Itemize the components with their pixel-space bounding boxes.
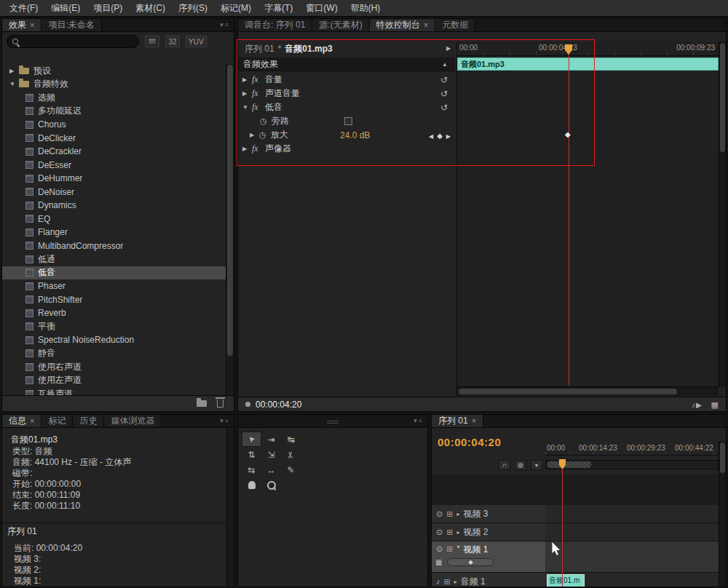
set-display-style-icon[interactable] <box>435 557 442 567</box>
effects-tree-item[interactable]: Flanger <box>2 226 226 239</box>
track-select-tool[interactable] <box>261 432 281 447</box>
eye-icon[interactable] <box>436 544 443 554</box>
fx-icon[interactable]: fx <box>252 102 265 113</box>
keyframe-icon[interactable] <box>565 130 571 138</box>
menu-item[interactable]: 序列(S) <box>172 0 214 17</box>
effects-tree-item[interactable]: 低通 <box>2 253 226 266</box>
effects-tree-item[interactable]: DeNoiser <box>2 186 226 199</box>
close-icon[interactable] <box>30 21 34 29</box>
timeline-scrollbar[interactable] <box>719 441 726 587</box>
audio-effects-section-header[interactable]: 音频效果 <box>238 57 455 71</box>
effects-tree-item[interactable]: Spectral NoiseReduction <box>2 333 226 347</box>
close-icon[interactable] <box>424 21 428 29</box>
effects-tree-item[interactable]: Chorus <box>2 118 226 132</box>
effects-tree-item[interactable]: DeClicker <box>2 132 226 146</box>
scrollbar-thumb[interactable] <box>459 389 677 394</box>
effect-row-panner[interactable]: fx 声像器 <box>238 142 455 156</box>
effects-tree-item[interactable]: Reverb <box>2 306 226 320</box>
audio-clip[interactable]: 音频01.m <box>547 574 585 587</box>
hand-tool[interactable] <box>242 477 261 493</box>
effect-row-channel-volume[interactable]: fx 声道音量 <box>238 87 455 100</box>
ripple-edit-tool[interactable] <box>281 432 301 447</box>
fx-icon[interactable]: fx <box>252 88 265 99</box>
vertical-scrollbar[interactable] <box>719 41 726 387</box>
close-icon[interactable] <box>472 417 476 425</box>
effects-tree-item[interactable]: Phaser <box>2 279 226 293</box>
menu-item[interactable]: 文件(F) <box>3 0 44 17</box>
menu-item[interactable]: 项目(P) <box>87 0 129 17</box>
effects-tree-item[interactable]: 互换声道 <box>2 387 226 395</box>
pen-tool[interactable] <box>281 462 301 477</box>
effects-tree-item[interactable]: 平衡 <box>2 320 226 334</box>
set-marker-icon[interactable] <box>531 460 542 470</box>
filter-yuv-button[interactable]: YUV <box>186 36 207 47</box>
tab-audio-mixer[interactable]: 调音台: 序列 01 <box>238 19 312 31</box>
effects-tree-item[interactable]: EQ <box>2 212 226 226</box>
effects-tree-item[interactable]: MultibandCompressor <box>2 239 226 253</box>
disclosure-triangle-icon[interactable] <box>456 529 459 536</box>
work-area-segment[interactable] <box>547 461 591 468</box>
menu-item[interactable]: 字幕(T) <box>258 0 299 17</box>
disclosure-triangle-icon[interactable] <box>250 132 259 138</box>
delete-icon[interactable] <box>217 400 223 408</box>
effects-tree-scrollbar[interactable] <box>226 64 234 395</box>
tab-project[interactable]: 项目:未命名 <box>41 19 101 31</box>
tab-effects[interactable]: 效果 <box>2 19 41 31</box>
keyframe-slider[interactable] <box>447 558 494 566</box>
scrollbar-thumb[interactable] <box>720 442 725 473</box>
new-custom-bin-icon[interactable] <box>197 400 207 407</box>
track-content[interactable] <box>545 541 719 573</box>
effects-tree-item[interactable]: DeHummer <box>2 172 226 186</box>
timeline-timecode[interactable]: 00:00:04:20 <box>438 436 501 448</box>
tab-metadata[interactable]: 元数据 <box>435 19 475 31</box>
filter-32bit-button[interactable]: 32 <box>165 36 180 47</box>
disclosure-triangle-icon[interactable] <box>9 68 19 74</box>
collapse-section-icon[interactable] <box>442 61 448 68</box>
tab-sequence-01[interactable]: 序列 01 <box>432 415 483 427</box>
effects-tree-item[interactable]: 多功能延迟 <box>2 105 226 119</box>
track-header[interactable]: 音频 1 <box>432 573 545 587</box>
effects-tree-item[interactable]: 音频特效 <box>2 78 226 92</box>
tab-history[interactable]: 历史 <box>73 415 104 427</box>
scrollbar-thumb[interactable] <box>720 43 725 152</box>
track-content[interactable] <box>545 505 719 523</box>
encore-chapter-marker-icon[interactable] <box>515 460 526 470</box>
rate-stretch-tool[interactable] <box>261 447 281 462</box>
razor-tool[interactable] <box>281 447 301 462</box>
fx-icon[interactable]: fx <box>252 74 265 85</box>
panel-menu-icon[interactable] <box>214 22 234 28</box>
effect-row-volume[interactable]: fx 音量 <box>238 73 455 87</box>
effects-tree-item[interactable]: 静音 <box>2 347 226 361</box>
speaker-icon[interactable] <box>436 576 440 587</box>
search-input[interactable] <box>22 37 133 46</box>
panel-grip[interactable] <box>327 419 339 424</box>
selection-tool[interactable] <box>242 432 261 447</box>
toggle-animation-icon[interactable] <box>260 116 272 126</box>
tab-source-monitor[interactable]: 源:(无素材) <box>312 19 369 31</box>
rolling-edit-tool[interactable] <box>242 447 261 462</box>
sync-lock-icon[interactable] <box>446 509 453 519</box>
accelerated-effects-filter-button[interactable] <box>145 36 159 47</box>
effects-tree-item[interactable]: 使用左声道 <box>2 374 226 388</box>
disclosure-triangle-icon[interactable] <box>456 511 459 517</box>
sync-lock-icon[interactable] <box>444 576 451 587</box>
reset-icon[interactable] <box>440 89 448 99</box>
toggle-animation-icon[interactable] <box>259 130 271 140</box>
tab-media-browser[interactable]: 媒体浏览器 <box>104 415 162 427</box>
show-timeline-view-icon[interactable] <box>446 45 451 52</box>
tab-markers[interactable]: 标记 <box>41 415 73 427</box>
tab-info[interactable]: 信息 <box>2 415 41 427</box>
add-keyframe-icon[interactable] <box>437 130 443 140</box>
horizontal-scrollbar[interactable] <box>457 386 719 396</box>
track-content[interactable]: 音频01.m <box>545 573 719 587</box>
previous-keyframe-icon[interactable] <box>429 130 433 140</box>
menu-item[interactable]: 帮助(H) <box>344 0 387 17</box>
snap-icon[interactable] <box>499 460 510 470</box>
effects-tree-item[interactable]: DeEsser <box>2 159 226 172</box>
reset-icon[interactable] <box>440 103 448 113</box>
track-header[interactable]: 视频 3 <box>432 505 545 523</box>
menu-item[interactable]: 编辑(E) <box>44 0 87 17</box>
work-area-bar[interactable] <box>545 460 719 469</box>
effects-search-box[interactable] <box>7 35 139 48</box>
bypass-checkbox[interactable] <box>344 117 352 125</box>
